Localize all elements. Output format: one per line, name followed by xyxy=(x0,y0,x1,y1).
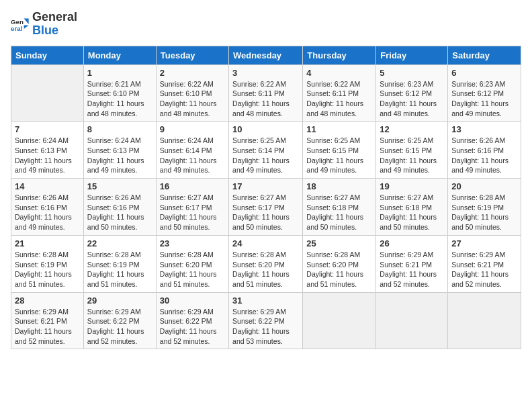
calendar-table: SundayMondayTuesdayWednesdayThursdayFrid… xyxy=(11,46,521,350)
day-number: 8 xyxy=(87,124,152,134)
day-number: 25 xyxy=(306,238,372,248)
day-number: 17 xyxy=(232,181,299,191)
header-thursday: Thursday xyxy=(303,46,376,64)
day-info: Sunrise: 6:22 AM Sunset: 6:10 PM Dayligh… xyxy=(160,79,225,119)
day-info: Sunrise: 6:29 AM Sunset: 6:21 PM Dayligh… xyxy=(451,250,517,289)
day-number: 22 xyxy=(87,238,152,248)
calendar-cell: 2Sunrise: 6:22 AM Sunset: 6:10 PM Daylig… xyxy=(156,64,228,122)
day-number: 16 xyxy=(160,181,225,191)
calendar-cell: 4Sunrise: 6:22 AM Sunset: 6:11 PM Daylig… xyxy=(303,64,376,122)
day-info: Sunrise: 6:22 AM Sunset: 6:11 PM Dayligh… xyxy=(232,79,299,119)
calendar-cell xyxy=(11,64,84,122)
day-number: 21 xyxy=(15,238,80,248)
calendar-cell: 18Sunrise: 6:27 AM Sunset: 6:18 PM Dayli… xyxy=(303,179,376,236)
calendar-cell: 6Sunrise: 6:23 AM Sunset: 6:12 PM Daylig… xyxy=(448,64,521,122)
day-info: Sunrise: 6:24 AM Sunset: 6:14 PM Dayligh… xyxy=(160,136,225,175)
calendar-week-row: 1Sunrise: 6:21 AM Sunset: 6:10 PM Daylig… xyxy=(11,64,521,122)
day-number: 29 xyxy=(87,295,152,306)
calendar-cell: 8Sunrise: 6:24 AM Sunset: 6:13 PM Daylig… xyxy=(83,122,156,179)
calendar-week-row: 28Sunrise: 6:29 AM Sunset: 6:21 PM Dayli… xyxy=(11,292,521,349)
calendar-cell xyxy=(376,292,448,349)
day-info: Sunrise: 6:29 AM Sunset: 6:21 PM Dayligh… xyxy=(380,250,444,289)
calendar-week-row: 14Sunrise: 6:26 AM Sunset: 6:16 PM Dayli… xyxy=(11,179,521,236)
day-number: 26 xyxy=(380,238,444,248)
day-info: Sunrise: 6:27 AM Sunset: 6:17 PM Dayligh… xyxy=(160,193,225,232)
header-sunday: Sunday xyxy=(11,46,84,64)
day-info: Sunrise: 6:28 AM Sunset: 6:20 PM Dayligh… xyxy=(160,250,225,289)
calendar-week-row: 21Sunrise: 6:28 AM Sunset: 6:19 PM Dayli… xyxy=(11,235,521,292)
calendar-cell: 22Sunrise: 6:28 AM Sunset: 6:19 PM Dayli… xyxy=(83,235,156,292)
day-number: 1 xyxy=(87,68,152,78)
day-info: Sunrise: 6:25 AM Sunset: 6:15 PM Dayligh… xyxy=(306,136,372,175)
day-info: Sunrise: 6:24 AM Sunset: 6:13 PM Dayligh… xyxy=(15,136,80,175)
day-number: 18 xyxy=(306,181,372,191)
day-number: 2 xyxy=(160,68,225,78)
calendar-cell: 24Sunrise: 6:28 AM Sunset: 6:20 PM Dayli… xyxy=(229,235,303,292)
calendar-cell: 1Sunrise: 6:21 AM Sunset: 6:10 PM Daylig… xyxy=(83,64,156,122)
calendar-cell: 7Sunrise: 6:24 AM Sunset: 6:13 PM Daylig… xyxy=(11,122,84,179)
logo-icon: Gen eral xyxy=(11,15,30,34)
day-info: Sunrise: 6:27 AM Sunset: 6:18 PM Dayligh… xyxy=(306,193,372,232)
day-info: Sunrise: 6:23 AM Sunset: 6:12 PM Dayligh… xyxy=(380,79,444,119)
day-number: 30 xyxy=(160,295,225,306)
day-info: Sunrise: 6:28 AM Sunset: 6:20 PM Dayligh… xyxy=(232,250,299,289)
day-number: 23 xyxy=(160,238,225,248)
calendar-cell: 23Sunrise: 6:28 AM Sunset: 6:20 PM Dayli… xyxy=(156,235,228,292)
header-monday: Monday xyxy=(83,46,156,64)
day-info: Sunrise: 6:29 AM Sunset: 6:22 PM Dayligh… xyxy=(232,307,299,347)
calendar-cell: 28Sunrise: 6:29 AM Sunset: 6:21 PM Dayli… xyxy=(11,292,84,349)
header-saturday: Saturday xyxy=(448,46,521,64)
day-info: Sunrise: 6:29 AM Sunset: 6:21 PM Dayligh… xyxy=(15,307,80,347)
day-number: 28 xyxy=(15,295,80,306)
day-number: 9 xyxy=(160,124,225,134)
calendar-cell xyxy=(448,292,521,349)
calendar-cell xyxy=(303,292,376,349)
day-number: 27 xyxy=(451,238,517,248)
calendar-cell: 13Sunrise: 6:26 AM Sunset: 6:16 PM Dayli… xyxy=(448,122,521,179)
calendar-cell: 31Sunrise: 6:29 AM Sunset: 6:22 PM Dayli… xyxy=(229,292,303,349)
day-info: Sunrise: 6:22 AM Sunset: 6:11 PM Dayligh… xyxy=(306,79,372,119)
page-header: Gen eral General Blue xyxy=(11,11,521,38)
day-number: 13 xyxy=(451,124,517,134)
day-number: 6 xyxy=(451,68,517,78)
calendar-week-row: 7Sunrise: 6:24 AM Sunset: 6:13 PM Daylig… xyxy=(11,122,521,179)
calendar-cell: 19Sunrise: 6:27 AM Sunset: 6:18 PM Dayli… xyxy=(376,179,448,236)
calendar-cell: 20Sunrise: 6:28 AM Sunset: 6:19 PM Dayli… xyxy=(448,179,521,236)
logo: Gen eral General Blue xyxy=(11,11,77,38)
calendar-cell: 3Sunrise: 6:22 AM Sunset: 6:11 PM Daylig… xyxy=(229,64,303,122)
calendar-cell: 27Sunrise: 6:29 AM Sunset: 6:21 PM Dayli… xyxy=(448,235,521,292)
day-info: Sunrise: 6:28 AM Sunset: 6:19 PM Dayligh… xyxy=(451,193,517,232)
day-info: Sunrise: 6:28 AM Sunset: 6:19 PM Dayligh… xyxy=(15,250,80,289)
calendar-cell: 10Sunrise: 6:25 AM Sunset: 6:14 PM Dayli… xyxy=(229,122,303,179)
day-info: Sunrise: 6:26 AM Sunset: 6:16 PM Dayligh… xyxy=(451,136,517,175)
day-number: 20 xyxy=(451,181,517,191)
calendar-cell: 11Sunrise: 6:25 AM Sunset: 6:15 PM Dayli… xyxy=(303,122,376,179)
day-number: 15 xyxy=(87,181,152,191)
calendar-cell: 21Sunrise: 6:28 AM Sunset: 6:19 PM Dayli… xyxy=(11,235,84,292)
header-tuesday: Tuesday xyxy=(156,46,228,64)
calendar-cell: 14Sunrise: 6:26 AM Sunset: 6:16 PM Dayli… xyxy=(11,179,84,236)
day-info: Sunrise: 6:27 AM Sunset: 6:18 PM Dayligh… xyxy=(380,193,444,232)
day-info: Sunrise: 6:29 AM Sunset: 6:22 PM Dayligh… xyxy=(87,307,152,347)
calendar-cell: 16Sunrise: 6:27 AM Sunset: 6:17 PM Dayli… xyxy=(156,179,228,236)
day-info: Sunrise: 6:25 AM Sunset: 6:15 PM Dayligh… xyxy=(380,136,444,175)
day-info: Sunrise: 6:21 AM Sunset: 6:10 PM Dayligh… xyxy=(87,79,152,119)
calendar-cell: 26Sunrise: 6:29 AM Sunset: 6:21 PM Dayli… xyxy=(376,235,448,292)
day-info: Sunrise: 6:28 AM Sunset: 6:19 PM Dayligh… xyxy=(87,250,152,289)
calendar-header-row: SundayMondayTuesdayWednesdayThursdayFrid… xyxy=(11,46,521,64)
day-info: Sunrise: 6:25 AM Sunset: 6:14 PM Dayligh… xyxy=(232,136,299,175)
header-wednesday: Wednesday xyxy=(229,46,303,64)
svg-marker-3 xyxy=(24,25,29,29)
day-number: 10 xyxy=(232,124,299,134)
day-number: 3 xyxy=(232,68,299,78)
day-info: Sunrise: 6:23 AM Sunset: 6:12 PM Dayligh… xyxy=(451,79,517,119)
day-info: Sunrise: 6:26 AM Sunset: 6:16 PM Dayligh… xyxy=(15,193,80,232)
day-info: Sunrise: 6:28 AM Sunset: 6:20 PM Dayligh… xyxy=(306,250,372,289)
day-info: Sunrise: 6:29 AM Sunset: 6:22 PM Dayligh… xyxy=(160,307,225,347)
calendar-cell: 9Sunrise: 6:24 AM Sunset: 6:14 PM Daylig… xyxy=(156,122,228,179)
calendar-cell: 29Sunrise: 6:29 AM Sunset: 6:22 PM Dayli… xyxy=(83,292,156,349)
day-number: 12 xyxy=(380,124,444,134)
svg-marker-2 xyxy=(24,18,29,24)
logo-text: General Blue xyxy=(32,11,77,38)
day-number: 14 xyxy=(15,181,80,191)
